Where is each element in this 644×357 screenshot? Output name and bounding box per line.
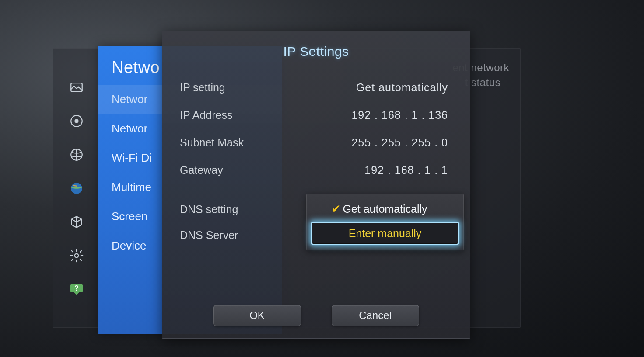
row-ip-setting[interactable]: IP setting Get automatically [162,74,470,101]
sound-icon[interactable] [68,112,85,130]
row-label: Subnet Mask [180,136,244,149]
dns-setting-dropdown: ✔ Get automatically Enter manually [306,194,464,250]
dialog-button-row: OK Cancel [162,305,470,326]
cancel-button[interactable]: Cancel [332,305,419,326]
dropdown-option-manual[interactable]: Enter manually [312,223,458,244]
check-icon: ✔ [331,202,341,216]
row-ip-address[interactable]: IP Address 192 . 168 . 1 . 136 [162,101,470,129]
svg-text:?: ? [74,284,79,292]
dns-section: DNS setting DNS Server ✔ Get automatical… [162,194,470,247]
picture-icon[interactable] [68,79,85,96]
category-icon-strip: ? [68,79,85,298]
broadcast-icon[interactable] [68,146,85,163]
smart-hub-icon[interactable] [68,213,85,231]
settings-icon[interactable] [68,247,85,264]
row-label: Gateway [180,164,223,177]
row-value: 255 . 255 . 255 . 0 [351,136,448,149]
support-icon[interactable]: ? [68,281,85,298]
row-subnet-mask[interactable]: Subnet Mask 255 . 255 . 255 . 0 [162,129,470,156]
dropdown-option-label: Enter manually [349,227,422,240]
ip-settings-rows: IP setting Get automatically IP Address … [162,74,470,184]
dialog-title: IP Settings [162,31,470,59]
row-value: Get automatically [356,81,448,94]
svg-point-2 [75,119,78,122]
row-value: 192 . 168 . 1 . 136 [351,109,448,121]
row-label: IP Address [180,109,232,121]
row-gateway[interactable]: Gateway 192 . 168 . 1 . 1 [162,156,470,184]
dropdown-option-label: Get automatically [343,203,427,215]
ok-button[interactable]: OK [214,305,301,326]
dropdown-option-auto[interactable]: ✔ Get automatically [312,198,458,219]
svg-point-5 [75,254,79,258]
network-icon[interactable] [68,180,85,197]
row-value: 192 . 168 . 1 . 1 [364,164,448,177]
ip-settings-dialog: IP Settings IP setting Get automatically… [162,31,470,339]
row-label: IP setting [180,81,225,94]
